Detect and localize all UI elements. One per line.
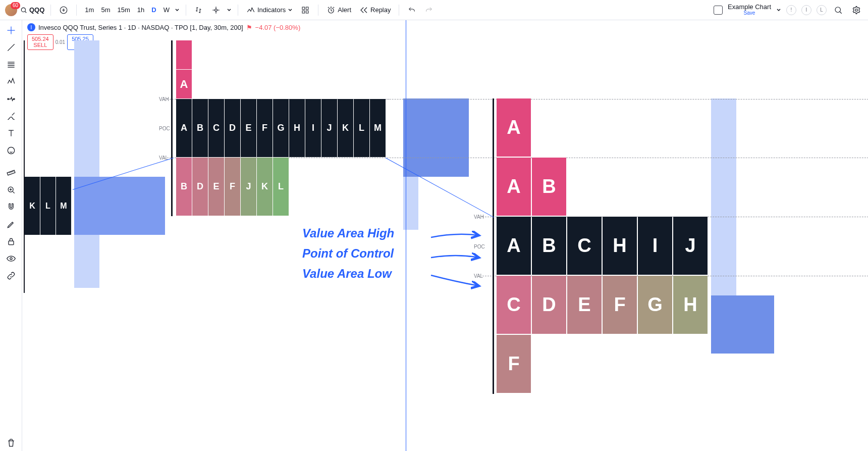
svg-point-9 bbox=[855, 9, 858, 11]
svg-point-0 bbox=[21, 8, 25, 12]
chart-style-button[interactable] bbox=[192, 4, 205, 17]
indicators-button[interactable]: Indicators bbox=[244, 5, 295, 16]
svg-rect-4 bbox=[306, 7, 309, 10]
undo-button[interactable] bbox=[405, 4, 418, 17]
replay-button[interactable]: Replay bbox=[357, 5, 393, 16]
redo-button[interactable] bbox=[422, 4, 436, 17]
notification-badge: 60 bbox=[11, 2, 20, 9]
add-button[interactable] bbox=[57, 4, 70, 17]
svg-rect-6 bbox=[306, 11, 309, 13]
layout-grid-button[interactable] bbox=[714, 6, 723, 15]
alert-button[interactable]: Alert bbox=[324, 5, 353, 16]
symbol-search[interactable]: QQQ bbox=[20, 6, 44, 14]
symbol-text: QQQ bbox=[29, 6, 44, 14]
svg-point-8 bbox=[835, 7, 841, 13]
layout-name[interactable]: Example Chart Save bbox=[728, 4, 771, 16]
user-avatar[interactable]: 60 bbox=[5, 4, 17, 16]
layout-pill[interactable]: L bbox=[817, 5, 827, 15]
chevron-down-icon[interactable] bbox=[776, 8, 781, 13]
templates-button[interactable] bbox=[299, 4, 312, 17]
quick-search-button[interactable] bbox=[832, 4, 845, 17]
svg-rect-3 bbox=[302, 7, 305, 10]
layout-pill[interactable]: I bbox=[801, 5, 811, 15]
svg-rect-5 bbox=[302, 11, 305, 13]
chart-settings-grid-button[interactable] bbox=[209, 4, 223, 17]
interval-selector[interactable]: 1m 5m 15m 1h D W bbox=[83, 5, 180, 15]
chevron-down-icon[interactable] bbox=[227, 8, 232, 13]
layout-pill[interactable]: ! bbox=[786, 5, 796, 15]
top-toolbar: 60 QQQ 1m 5m 15m 1h D W Indicators Alert bbox=[0, 0, 868, 20]
settings-button[interactable] bbox=[850, 4, 863, 17]
svg-point-2 bbox=[215, 9, 218, 11]
